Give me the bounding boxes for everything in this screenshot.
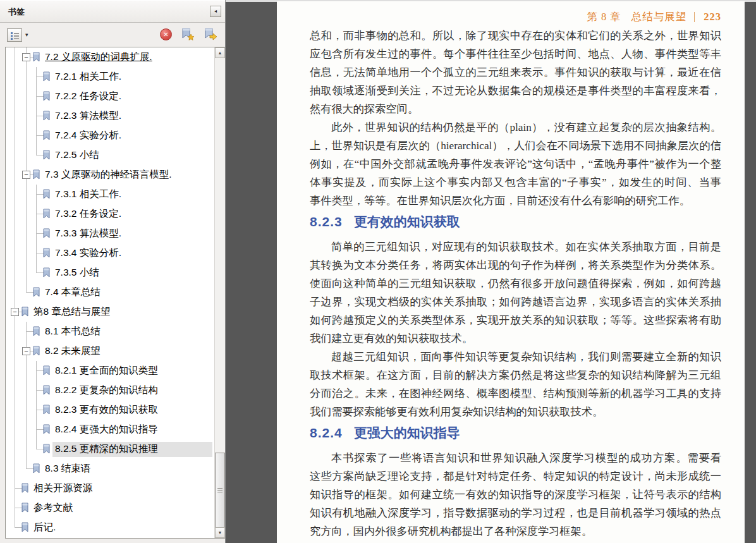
options-menu-button[interactable] [7,28,22,42]
collapse-toggle-icon[interactable]: − [22,347,30,355]
text-line: 此外，世界知识的结构仍然是平的（plain），没有建立起复杂的层次抽象结构。实际 [310,118,721,137]
collapse-toggle-icon[interactable]: − [22,171,30,179]
bookmark-item[interactable]: 8.2.2 更复杂的知识结构 [6,381,214,400]
text-line: 其转换为文本分类任务，将两实体出现的句子作为样例，将关系类型作为分类体系。即 [310,256,721,274]
bookmark-label[interactable]: 7.2.5 小结 [52,148,102,163]
bookmark-item[interactable]: 8.3 结束语 [6,459,214,479]
bookmark-item[interactable]: 相关开源资源 [6,479,214,498]
bookmark-icon [42,189,51,199]
paragraph: 总和，而非事物的总和。所以，除了现实中存在的实体和它们的关系之外，世界知识还应包… [310,27,721,118]
bookmark-item[interactable]: 8.2.5 更精深的知识推理 [6,439,214,459]
text-line: 事件类型，等等。在世界知识层次化方面，目前还没有什么有影响的研究工作。 [310,192,721,210]
header-divider [694,12,695,22]
collapse-toggle-icon[interactable]: − [22,53,30,61]
bookmark-label[interactable]: 相关开源资源 [31,481,95,496]
bookmark-item[interactable]: 7.2.3 算法模型. [6,106,214,126]
goto-bookmark-icon[interactable] [204,28,217,40]
bookmark-label[interactable]: 8.1 本书总结 [42,324,103,339]
bookmark-icon [21,307,29,317]
bookmark-label[interactable]: 第8 章总结与展望 [31,305,113,320]
bookmark-item[interactable]: 7.3.4 实验分析. [6,243,214,263]
bookmark-item[interactable]: 8.2.1 更全面的知识类型 [6,361,214,381]
bookmark-item[interactable]: 7.2.1 相关工作. [6,67,214,87]
bookmark-label[interactable]: 7.2.2 任务设定. [52,89,124,104]
bookmark-label[interactable]: 参考文献 [31,501,75,516]
bookmark-label[interactable]: 7.2.1 相关工作. [52,70,124,85]
text-line: 然有很大的探索空间。 [310,100,721,118]
bookmark-icon [42,228,51,238]
bookmark-label[interactable]: 7.2 义原驱动的词典扩展. [42,50,155,65]
section-number: 8.2.3 [310,214,343,229]
bookmark-label[interactable]: 8.2.4 更强大的知识指导 [52,422,161,437]
bookmark-icon [42,424,51,434]
section-number: 8.2.4 [310,425,343,440]
bookmark-label[interactable]: 7.3.5 小结 [52,265,102,281]
bookmark-label[interactable]: 8.2 未来展望 [42,344,103,359]
collapse-toggle-icon[interactable]: − [11,308,19,316]
scroll-up-icon[interactable]: ▲ [215,47,225,58]
bookmark-icon [32,169,40,180]
page-number: 223 [704,11,721,23]
bookmark-item[interactable]: 8.2.4 更强大的知识指导 [6,420,214,439]
bookmark-label[interactable]: 7.3.4 实验分析. [52,246,124,261]
paragraph: 此外，世界知识的结构仍然是平的（plain），没有建立起复杂的层次抽象结构。实际… [310,118,721,210]
bookmark-item[interactable]: 后记. [6,518,214,537]
paragraph: 值得一提的是，知识指导的有效性既与深度学习框架设计有关，也与知识图谱对质 [310,540,721,543]
scrollbar-thumb[interactable] [215,453,225,529]
bookmark-label[interactable]: 8.2.2 更复杂的知识结构 [52,383,161,398]
bookmark-label[interactable]: 7.3.2 任务设定. [52,207,124,222]
bookmark-label[interactable]: 7.3.3 算法模型. [52,226,124,241]
bookmark-icon [42,267,51,278]
bookmark-icon [42,444,51,454]
scroll-down-icon[interactable]: ▼ [215,527,225,538]
bookmark-icon [42,150,51,160]
bookmark-icon [42,209,51,219]
text-line: 知识有机地融入深度学习，指导数据驱动的学习过程，也是目前机器学习领域的热点研 [310,504,721,522]
text-line: 体事实提及，而实际上这个事实内部又包含丰富的“子事实”，如发生的时间、当事人、 [310,173,721,192]
bookmark-label[interactable]: 7.2.4 实验分析. [52,128,124,143]
bookmark-item[interactable]: 7.2.4 实验分析. [6,126,214,145]
bookmark-item[interactable]: 7.2.5 小结 [6,145,214,165]
text-line: 分而治之。未来，在图神经网络、概率图模型、结构预测等新的机器学习工具的支持下， [310,384,721,403]
pdf-page: 第 8 章 总结与展望 223 总和，而非事物的总和。所以，除了现实中存在的实体… [277,1,745,543]
bookmark-label[interactable]: 7.3 义原驱动的神经语言模型. [42,168,174,183]
bookmark-icon [42,405,51,415]
bookmark-label[interactable]: 8.2.5 更精深的知识推理 [52,442,212,457]
bookmark-label[interactable]: 8.3 结束语 [42,461,93,477]
bookmark-item[interactable]: 7.3.2 任务设定. [6,204,214,224]
bookmark-label[interactable]: 后记. [31,520,58,535]
bookmark-item[interactable]: 参考文献 [6,498,214,518]
bookmark-item[interactable]: 8.1 本书总结 [6,322,214,341]
new-bookmark-icon[interactable] [181,28,195,40]
panel-scrollbar[interactable]: ▲ ▼ [214,47,225,538]
bookmark-item[interactable]: −第8 章总结与展望 [6,302,214,322]
bookmark-icon [32,287,40,297]
bookmark-item[interactable]: 7.3.5 小结 [6,263,214,283]
scrollbar-grip [217,488,223,494]
bookmark-item[interactable]: 7.4 本章总结 [6,283,214,302]
section-heading: 8.2.3更有效的知识获取 [310,212,721,231]
bookmark-item[interactable]: −7.2 义原驱动的词典扩展. [6,47,214,67]
bookmark-label[interactable]: 7.2.3 算法模型. [52,109,124,124]
bookmark-icon [32,346,40,356]
bookmark-item[interactable]: −8.2 未来展望 [6,341,214,361]
bookmark-item[interactable]: −7.3 义原驱动的神经语言模型. [6,165,214,185]
text-line: 知识指导的框架。如何建立统一有效的知识指导的深度学习框架，让符号表示的结构化 [310,485,721,504]
delete-bookmark-icon[interactable]: ✕ [160,28,172,40]
bookmark-label[interactable]: 8.2.3 更有效的知识获取 [52,403,161,418]
options-caret-icon[interactable]: ▾ [25,32,28,38]
text-line: 应包含所有发生过的事件。每个事件往往至少包括时间、地点、人物、事件类型等丰富 [310,45,721,63]
bookmark-label[interactable]: 7.4 本章总结 [42,285,103,300]
bookmark-item[interactable]: 8.2.3 更有效的知识获取 [6,400,214,420]
bookmark-label[interactable]: 8.2.1 更全面的知识类型 [52,363,161,379]
bookmarks-toolbar: ▾ ✕ [0,23,225,47]
bookmark-item[interactable]: 7.3.1 相关工作. [6,185,214,204]
bookmark-item[interactable]: 7.2.2 任务设定. [6,87,214,106]
page-body-text: 总和，而非事物的总和。所以，除了现实中存在的实体和它们的关系之外，世界知识还应包… [310,27,721,543]
bookmark-label[interactable]: 7.3.1 相关工作. [52,187,124,202]
text-line: 上，世界知识是有层次的（hierarchical），人们会在不同场景下选用不同抽… [310,137,721,155]
bookmark-item[interactable]: 7.3.3 算法模型. [6,224,214,243]
text-line: 子边界，实现文档级的实体关系抽取；如何跨越语言边界，实现多语言的实体关系抽取； [310,293,721,311]
collapse-panel-button[interactable]: ◂ [210,6,221,17]
text-line: 值得一提的是，知识指导的有效性既与深度学习框架设计有关，也与知识图谱对质 [310,540,721,543]
